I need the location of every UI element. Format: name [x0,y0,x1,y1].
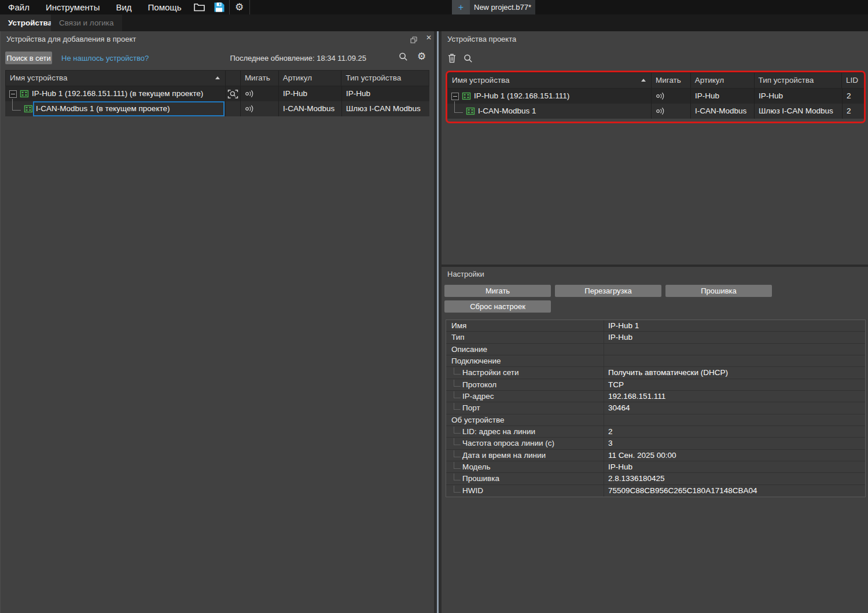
reboot-button[interactable]: Перезагрузка [555,285,661,297]
panel-splitter-handle[interactable] [437,31,439,613]
property-value [604,414,865,425]
column-header-articul[interactable]: Артикул [279,71,342,86]
settings-button[interactable]: ⚙ [230,0,249,14]
table-row[interactable]: IP-Hub 1 (192.168.151.111) IP-Hub IP-Hub… [447,89,865,104]
property-value[interactable]: 192.168.151.111 [604,391,865,402]
property-row[interactable]: IP-адрес192.168.151.111 [446,391,865,402]
delete-device-button[interactable] [448,53,456,63]
column-header-scan[interactable] [226,71,241,86]
filter-search-button[interactable] [399,52,408,61]
table-row[interactable]: IP-Hub 1 (192.168.151.111) (в текущем пр… [5,86,429,101]
column-header-name[interactable]: Имя устройства [6,71,226,86]
articul-value: I-CAN-Modbus [283,104,334,113]
property-value[interactable]: 75509C88CB956C265C180A17148CBA04 [604,485,865,497]
column-header-type[interactable]: Тип устройства [755,73,843,88]
column-label: Имя устройства [452,76,510,85]
property-row[interactable]: ИмяIP-Hub 1 [446,320,865,332]
property-value[interactable]: 11 Сен. 2025 00:00 [604,450,865,461]
property-value[interactable]: Получить автоматически (DHCP) [604,367,865,378]
column-header-blink[interactable]: Мигать [241,71,279,86]
reset-settings-button[interactable]: Сброс настроек [444,300,551,313]
property-group-row[interactable]: Подключение [446,355,865,367]
table-row[interactable]: I-CAN-Modbus 1 I-CAN-Modbus Шлюз I-CAN M… [447,104,865,119]
float-window-icon [410,36,417,43]
column-header-articul[interactable]: Артикул [691,73,755,88]
search-icon [399,52,408,61]
device-not-found-link[interactable]: Не нашлось устройство? [61,54,149,63]
property-value[interactable]: TCP [604,379,865,390]
column-label: Мигать [245,74,270,82]
type-value: Шлюз I-CAN Modbus [759,107,833,115]
blink-cell[interactable] [241,86,279,101]
close-panel-button[interactable]: ✕ [426,34,432,42]
menu-view[interactable]: Вид [108,0,139,14]
panel-settings-button[interactable]: ⚙ [417,49,426,64]
scan-cell[interactable] [226,86,241,101]
search-project-devices-button[interactable] [464,54,473,63]
devices-to-add-panel: Устройства для добавления в проект ✕ Пои… [0,31,435,613]
column-header-name[interactable]: Имя устройства [448,73,652,88]
property-value[interactable] [604,344,865,355]
property-value[interactable]: IP-Hub [604,332,865,343]
table-row[interactable]: I-CAN-Modbus 1 (в текущем проекте) I-CAN… [5,101,429,116]
project-tab[interactable]: New project.b77* [470,0,535,14]
blink-icon [245,90,255,98]
open-folder-button[interactable] [190,0,209,14]
property-row[interactable]: Частота опроса линии (с)3 [446,438,865,449]
blink-cell[interactable] [652,104,691,119]
firmware-button[interactable]: Прошивка [665,285,772,297]
property-row[interactable]: Дата и время на линии11 Сен. 2025 00:00 [446,450,865,461]
search-network-button[interactable]: Поиск в сети [5,52,52,64]
gear-icon: ⚙ [417,51,426,62]
close-icon: ✕ [426,34,432,42]
scan-cell [226,101,241,116]
property-value[interactable]: 30464 [604,402,865,413]
blink-cell[interactable] [652,89,691,104]
save-button[interactable] [209,0,229,14]
blink-button-label: Мигать [486,287,510,295]
property-row[interactable]: Описание [446,344,865,355]
collapse-expander-icon[interactable] [9,90,17,98]
undock-panel-button[interactable] [410,36,417,43]
column-header-type[interactable]: Тип устройства [341,71,429,86]
property-row[interactable]: Порт30464 [446,402,865,414]
property-row[interactable]: ТипIP-Hub [446,332,865,343]
property-row[interactable]: Настройки сетиПолучить автоматически (DH… [446,367,865,379]
property-group-row[interactable]: Об устройстве [446,414,865,426]
property-row[interactable]: HWID75509C88CB956C265C180A17148CBA04 [446,485,865,497]
property-value[interactable]: 3 [604,438,865,449]
blink-button[interactable]: Мигать [444,285,551,297]
property-label: Описание [446,345,604,354]
property-value[interactable]: 2 [604,426,865,437]
column-header-lid[interactable]: LID [842,73,865,88]
blink-cell[interactable] [241,101,279,116]
view-tab-bar: Устройства Связи и логика [0,14,868,31]
collapse-expander-icon[interactable] [451,93,459,100]
property-label: HWID [446,486,604,495]
blink-icon [245,105,255,113]
scan-device-icon [227,89,238,99]
property-value[interactable]: IP-Hub [604,461,865,472]
property-label: Порт [446,403,604,412]
column-header-blink[interactable]: Мигать [652,73,691,88]
menu-file[interactable]: Файл [0,0,38,14]
property-value[interactable]: IP-Hub 1 [604,320,865,331]
property-row[interactable]: LID: адрес на линии2 [446,426,865,438]
property-row[interactable]: Прошивка2.8.1336180425 [446,473,865,484]
blink-icon [656,107,666,115]
column-label: Артикул [695,76,724,85]
plus-icon: + [458,2,464,13]
menu-help[interactable]: Помощь [140,0,190,14]
articul-cell: IP-Hub [691,89,755,104]
lid-cell: 2 [843,104,865,119]
lid-cell: 2 [843,89,865,104]
blink-icon [656,92,666,100]
add-project-tab-button[interactable]: + [452,0,470,14]
device-name: I-CAN-Modbus 1 (в текущем проекте) [36,101,170,116]
property-row[interactable]: ПротоколTCP [446,379,865,391]
property-value[interactable]: 2.8.1336180425 [604,473,865,484]
property-row[interactable]: МодельIP-Hub [446,461,865,473]
device-icon [24,105,33,113]
menu-tools[interactable]: Инструменты [38,0,108,14]
tab-links-logic[interactable]: Связи и логика [51,14,122,31]
